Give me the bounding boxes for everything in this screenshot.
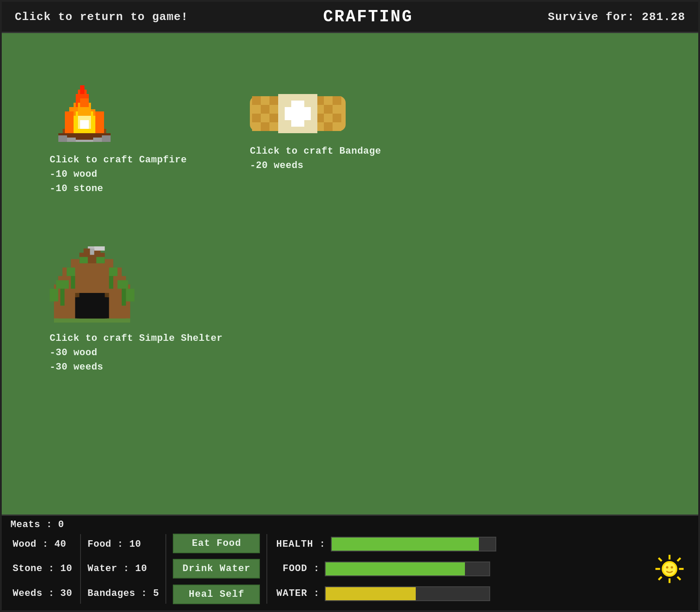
svg-rect-66 bbox=[122, 289, 126, 306]
svg-rect-2 bbox=[58, 135, 67, 142]
food-bar-label: FOOD : bbox=[276, 563, 320, 574]
svg-rect-3 bbox=[102, 135, 111, 142]
water-stat: Water : 10 bbox=[88, 563, 159, 574]
water-bar-row: WATER : bbox=[276, 586, 636, 601]
food-bar-track bbox=[325, 562, 490, 576]
svg-rect-67 bbox=[71, 276, 75, 289]
health-bar-label: HEALTH : bbox=[276, 539, 326, 550]
page-title: CRAFTING bbox=[323, 7, 413, 26]
svg-rect-32 bbox=[269, 105, 278, 114]
svg-point-88 bbox=[671, 566, 673, 568]
svg-rect-23 bbox=[252, 96, 261, 105]
water-bar-fill bbox=[326, 587, 416, 600]
svg-rect-30 bbox=[261, 122, 269, 131]
svg-rect-42 bbox=[324, 114, 333, 122]
svg-rect-31 bbox=[269, 96, 278, 105]
svg-rect-25 bbox=[252, 105, 261, 114]
food-bar-row: FOOD : bbox=[276, 562, 636, 576]
health-bar-track bbox=[331, 537, 496, 551]
svg-line-82 bbox=[677, 577, 680, 580]
svg-rect-26 bbox=[261, 105, 269, 114]
actions-col: Eat Food Drink Water Heal Self bbox=[166, 532, 266, 606]
svg-rect-63 bbox=[50, 289, 58, 301]
svg-rect-21 bbox=[80, 120, 89, 129]
svg-rect-36 bbox=[324, 96, 333, 105]
svg-rect-43 bbox=[333, 114, 341, 122]
svg-rect-46 bbox=[333, 122, 341, 131]
svg-rect-5 bbox=[93, 138, 102, 142]
resources-col1: Wood : 40 Stone : 10 Weeds : 30 bbox=[6, 532, 80, 606]
svg-rect-39 bbox=[324, 105, 333, 114]
svg-rect-4 bbox=[67, 138, 76, 142]
svg-line-81 bbox=[659, 558, 662, 561]
svg-rect-61 bbox=[79, 257, 88, 263]
health-bar-row: HEALTH : bbox=[276, 537, 636, 551]
shelter-craft-label: Click to craft Simple Shelter -30 wood -… bbox=[50, 331, 222, 374]
svg-rect-6 bbox=[76, 140, 93, 142]
craft-campfire-item[interactable]: Click to craft Campfire -10 wood -10 sto… bbox=[50, 77, 187, 196]
svg-rect-37 bbox=[333, 96, 341, 105]
meats-display: Meats : 0 bbox=[2, 516, 698, 532]
svg-rect-49 bbox=[285, 107, 311, 120]
bandages-stat: Bandages : 5 bbox=[88, 588, 159, 599]
svg-rect-45 bbox=[324, 122, 333, 131]
status-bars-col: HEALTH : FOOD : WATER : bbox=[267, 532, 645, 606]
stone-stat: Stone : 10 bbox=[13, 563, 74, 574]
svg-rect-68 bbox=[109, 276, 113, 289]
svg-rect-12 bbox=[95, 111, 104, 133]
svg-rect-27 bbox=[252, 114, 261, 122]
sun-icon-container bbox=[645, 532, 694, 606]
sun-icon bbox=[654, 553, 685, 585]
health-bar-fill bbox=[332, 538, 479, 551]
svg-rect-24 bbox=[261, 96, 269, 105]
craft-shelter-item[interactable]: Click to craft Simple Shelter -30 wood -… bbox=[50, 246, 222, 374]
craft-bandage-item[interactable]: Click to craft Bandage -20 weeds bbox=[250, 90, 381, 173]
svg-rect-65 bbox=[61, 289, 65, 306]
svg-rect-58 bbox=[118, 280, 128, 289]
bandage-icon bbox=[250, 90, 381, 140]
svg-rect-72 bbox=[75, 293, 80, 297]
drink-water-button[interactable]: Drink Water bbox=[173, 559, 260, 578]
svg-rect-40 bbox=[333, 105, 341, 114]
svg-rect-59 bbox=[67, 268, 75, 276]
svg-rect-34 bbox=[269, 122, 278, 131]
wood-stat: Wood : 40 bbox=[13, 539, 74, 550]
campfire-icon bbox=[50, 77, 187, 148]
svg-rect-57 bbox=[56, 280, 69, 289]
svg-line-84 bbox=[659, 577, 662, 580]
svg-rect-19 bbox=[80, 98, 89, 107]
water-bar-label: WATER : bbox=[276, 588, 320, 599]
return-to-game-button[interactable]: Click to return to game! bbox=[15, 10, 188, 24]
resources-col2: Food : 10 Water : 10 Bandages : 5 bbox=[81, 532, 165, 606]
svg-rect-60 bbox=[109, 268, 117, 276]
svg-rect-64 bbox=[126, 289, 134, 301]
svg-rect-29 bbox=[252, 122, 261, 131]
eat-food-button[interactable]: Eat Food bbox=[173, 534, 260, 553]
bandage-craft-label: Click to craft Bandage -20 weeds bbox=[250, 144, 381, 173]
svg-rect-33 bbox=[269, 114, 278, 122]
svg-line-83 bbox=[677, 558, 680, 561]
svg-rect-73 bbox=[105, 293, 109, 297]
svg-point-86 bbox=[663, 563, 676, 575]
water-bar-track bbox=[325, 586, 490, 601]
svg-rect-15 bbox=[80, 85, 84, 94]
svg-rect-62 bbox=[96, 257, 104, 263]
shelter-icon bbox=[50, 246, 222, 327]
svg-rect-71 bbox=[77, 293, 107, 318]
food-stat: Food : 10 bbox=[88, 539, 159, 550]
svg-rect-28 bbox=[261, 114, 269, 122]
survive-timer: Survive for: 281.28 bbox=[548, 10, 685, 24]
food-bar-fill bbox=[326, 562, 465, 575]
svg-rect-76 bbox=[94, 246, 104, 251]
svg-point-87 bbox=[666, 566, 668, 568]
weeds-stat: Weeds : 30 bbox=[13, 588, 74, 599]
svg-rect-11 bbox=[65, 111, 74, 133]
campfire-craft-label: Click to craft Campfire -10 wood -10 sto… bbox=[50, 153, 187, 196]
heal-self-button[interactable]: Heal Self bbox=[173, 585, 260, 604]
